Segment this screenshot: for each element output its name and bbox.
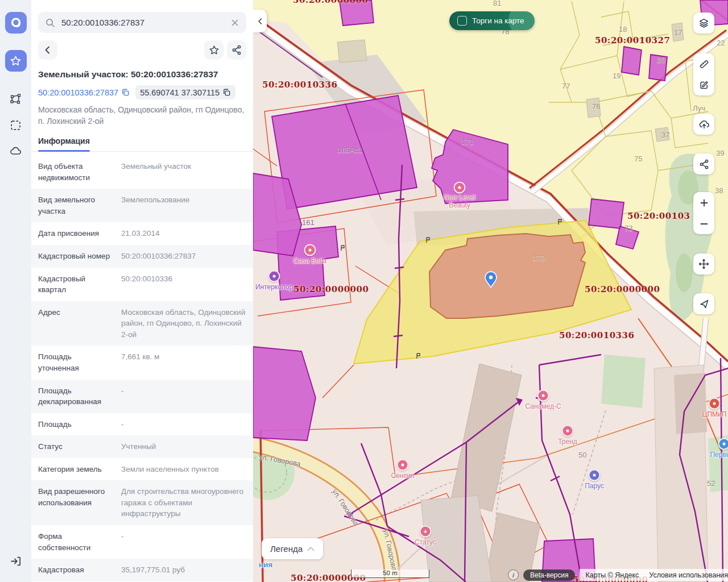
copy-icon[interactable] (121, 88, 130, 97)
parcel-number: 19 (613, 72, 621, 80)
map-viewport[interactable]: 50:20:0000000 50:20:0010327 50:20:001033… (253, 0, 728, 582)
table-row: Кадастровый квартал50:20:0010336 (31, 268, 253, 301)
poi-marker[interactable] (304, 244, 316, 256)
details-panel: Земельный участок: 50:20:0010336:27837 5… (31, 0, 253, 582)
cloud-icon (10, 145, 22, 157)
sidebar-item-polygon-select[interactable] (5, 88, 27, 110)
info-row-value: Учтенный (121, 441, 246, 452)
info-row-label: Кадастровый номер (38, 251, 113, 262)
parcel-number: 22 (717, 39, 725, 47)
search-input[interactable] (60, 17, 230, 28)
trades-on-map-toggle[interactable]: Торги на карте (449, 11, 535, 30)
poi-label: Интерколор (255, 284, 293, 292)
trades-checkbox[interactable] (457, 16, 467, 26)
parcel-number: 39 (716, 149, 724, 157)
poi-label: New Level Beauty (440, 194, 479, 210)
table-row: Форма собственности- (31, 525, 253, 559)
poi-label: Первым (710, 451, 728, 459)
poi-marker[interactable] (709, 398, 721, 410)
share-map-button[interactable] (693, 153, 714, 174)
building-number: 50 (578, 451, 586, 459)
app-logo[interactable] (5, 12, 27, 34)
cadastral-quarter-label: 50:20:0000000 (293, 284, 369, 294)
info-row-label: Вид объекта недвижимости (38, 161, 113, 183)
cadastral-quarter-label: 50:20:0000000 (585, 284, 660, 294)
share-button[interactable] (227, 40, 246, 60)
legend-label: Легенда (270, 544, 303, 554)
poi-label: Санамед-С (525, 403, 561, 411)
table-row: СтатусУчтенный (31, 435, 253, 458)
collapse-panel-button[interactable] (253, 10, 267, 32)
info-row-value: - (121, 419, 246, 430)
building-number: 161 (302, 218, 315, 227)
poi-marker[interactable] (454, 182, 466, 194)
copy-icon[interactable] (222, 88, 231, 97)
info-row-value: - (121, 531, 246, 553)
terms-link[interactable]: Условия использования (649, 571, 728, 579)
sidebar-item-favorites[interactable] (5, 50, 27, 72)
table-row: Площадь декларированная- (31, 380, 253, 413)
object-address: Московская область, Одинцовский район, г… (38, 105, 246, 127)
move-icon (698, 259, 709, 269)
poi-marker[interactable] (537, 390, 549, 402)
info-row-value: Московская область, Одинцовский район, г… (121, 307, 246, 340)
coordinates-chip[interactable]: 55.690741 37.307115 (135, 85, 235, 99)
trades-label: Торги на карте (472, 16, 524, 25)
poi-marker[interactable] (718, 438, 728, 450)
tabs: Информация (31, 136, 253, 152)
street-label: ния (259, 560, 272, 569)
zoom-out-button[interactable] (693, 213, 714, 234)
pan-mode-button[interactable] (693, 253, 714, 275)
info-icon[interactable]: i (508, 569, 519, 580)
layers-button[interactable] (693, 13, 714, 34)
zoom-controls (693, 192, 714, 234)
plus-icon (699, 198, 709, 208)
parcel-number: 77 (562, 82, 570, 90)
sidebar-item-area-select[interactable] (5, 114, 27, 136)
area-select-icon (10, 119, 22, 131)
parcel-number: 20 (657, 56, 665, 64)
table-row: Категория земельЗемли населенных пунктов (31, 458, 253, 481)
tab-information[interactable]: Информация (38, 136, 90, 151)
maps-copyright[interactable]: Карты © Яндекс (585, 571, 639, 579)
star-icon (209, 45, 220, 56)
poi-marker[interactable] (268, 271, 280, 282)
favorite-button[interactable] (204, 40, 224, 60)
info-row-label: Статус (38, 441, 113, 452)
chips-row: 50:20:0010336:27837 55.690741 37.307115 (38, 85, 246, 99)
sidebar-item-cloud[interactable] (5, 140, 27, 162)
parcel-number: 37 (661, 131, 669, 139)
zoom-in-button[interactable] (693, 192, 714, 213)
measure-button[interactable] (693, 53, 714, 74)
cadastral-number-chip[interactable]: 50:20:0010336:27837 (38, 85, 130, 99)
draw-button[interactable] (693, 74, 714, 95)
cadastral-quarter-label: 50:20:00103 (627, 211, 690, 221)
poi-marker[interactable] (397, 459, 409, 471)
attribution-bar: i Beta-версия Карты © Яндекс Условия исп… (508, 569, 728, 581)
info-row-value: - (121, 385, 246, 408)
chevron-up-icon (307, 546, 315, 551)
poi-marker[interactable]: + (420, 526, 432, 538)
back-button[interactable] (38, 40, 57, 60)
upload-button[interactable] (693, 114, 714, 135)
info-row-value: Землепользование (121, 194, 246, 217)
locate-me-button[interactable] (693, 293, 714, 314)
info-row-value: 50:20:0010336:27837 (121, 251, 246, 262)
search-bar[interactable] (38, 12, 246, 33)
draw-tools-group (693, 53, 714, 95)
poi-marker[interactable] (562, 425, 574, 437)
search-icon (45, 18, 55, 28)
table-row: Дата присвоения21.03.2014 (31, 222, 253, 245)
minus-icon (699, 219, 709, 229)
layers-icon (698, 18, 709, 28)
legend-button[interactable]: Легенда (262, 538, 323, 559)
poi-label: Парус (585, 483, 604, 490)
app-rail (0, 0, 31, 582)
parcel-number: 73 (624, 224, 632, 232)
clear-search-icon[interactable] (230, 18, 239, 27)
poi-marker[interactable] (589, 469, 601, 481)
login-button[interactable] (5, 550, 26, 572)
poi-label: ЦПМиП (702, 411, 727, 419)
star-icon (10, 55, 22, 67)
cadastral-number-text: 50:20:0010336:27837 (38, 88, 118, 97)
